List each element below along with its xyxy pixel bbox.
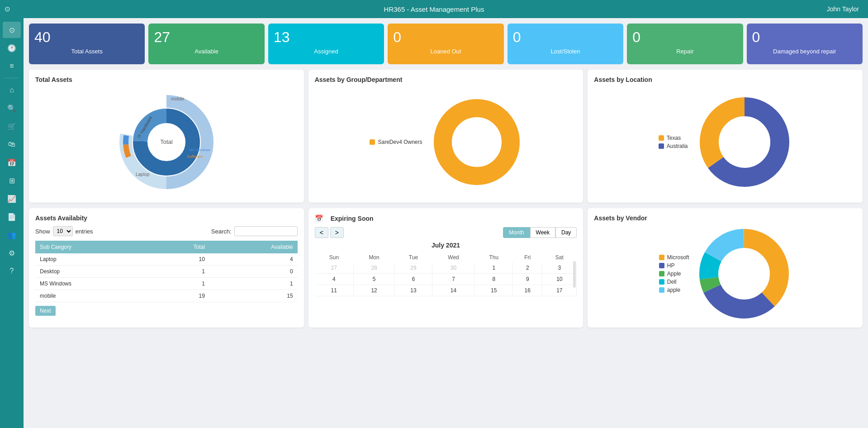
calendar-day-cell[interactable]: 14 bbox=[432, 285, 475, 296]
legend-dot-australia bbox=[659, 143, 664, 149]
cell-subcategory: Desktop bbox=[35, 266, 151, 278]
donut-chart-group bbox=[432, 97, 522, 187]
search-input[interactable] bbox=[234, 226, 298, 236]
calendar-day-cell[interactable]: 7 bbox=[432, 274, 475, 285]
vendor-title: Assets by Vendor bbox=[594, 214, 856, 222]
chart-body-total: Total mobile IT Hardware Laptop Software… bbox=[35, 88, 298, 196]
stat-card-loaned-out[interactable]: 0 Loaned Out bbox=[388, 24, 503, 64]
calendar-day-cell[interactable]: 5 bbox=[353, 274, 394, 285]
legend-item-apple-lower: apple bbox=[659, 287, 689, 293]
sidebar-item-document[interactable]: 📄 bbox=[3, 209, 21, 225]
calendar-week-row: 4 5 6 7 8 9 10 bbox=[315, 274, 577, 285]
sidebar-item-dashboard[interactable]: ⊙ bbox=[3, 22, 21, 38]
legend-item-microsoft: Microsoft bbox=[659, 254, 689, 261]
calendar-day-cell[interactable]: 1 bbox=[475, 262, 513, 274]
chart-title-location: Assets by Location bbox=[594, 76, 856, 83]
vendor-card: Assets by Vendor Microsoft HP bbox=[588, 208, 863, 328]
sidebar: ⊙ 🕐 ≡ ⌂ 🔍 🛒 🛍 📅 ⊞ 📈 📄 👥 ⚙ ? bbox=[0, 18, 24, 428]
month-view-button[interactable]: Month bbox=[503, 227, 530, 238]
sidebar-item-chart[interactable]: 📈 bbox=[3, 190, 21, 207]
stat-card-assigned[interactable]: 13 Assigned bbox=[268, 24, 384, 64]
legend-vendor: Microsoft HP Apple Dell bbox=[659, 254, 689, 293]
calendar-week-row: 27 28 29 30 1 2 3 bbox=[315, 262, 577, 274]
legend-label-texas: Texas bbox=[667, 135, 681, 141]
calendar-day-cell[interactable]: 2 bbox=[513, 262, 542, 274]
legend-dot-apple-cap bbox=[659, 271, 664, 276]
calendar-prev-button[interactable]: < bbox=[315, 227, 328, 238]
sidebar-item-home[interactable]: ⌂ bbox=[3, 82, 21, 98]
calendar-day-cell[interactable]: 13 bbox=[395, 285, 432, 296]
calendar-scrollbar[interactable] bbox=[573, 261, 576, 287]
calendar-week-row: 11 12 13 14 15 16 17 bbox=[315, 285, 577, 296]
cell-subcategory: MS Windows bbox=[35, 278, 151, 290]
calendar-view-buttons: Month Week Day bbox=[503, 227, 577, 238]
sidebar-item-calendar[interactable]: 📅 bbox=[3, 154, 21, 171]
legend-item-australia: Australia bbox=[659, 143, 688, 149]
cell-total: 10 bbox=[151, 253, 209, 266]
sidebar-item-settings[interactable]: ⚙ bbox=[3, 245, 21, 261]
legend-label-apple-cap: Apple bbox=[667, 271, 681, 277]
calendar-day-cell[interactable]: 4 bbox=[315, 274, 354, 285]
topbar: ⊙ HR365 - Asset Management Plus John Tay… bbox=[0, 0, 868, 18]
stat-cards-row: 40 Total Assets 27 Available 13 Assigned… bbox=[29, 24, 863, 64]
stat-label-repair: Repair bbox=[632, 48, 737, 55]
stat-card-available[interactable]: 27 Available bbox=[148, 24, 264, 64]
sidebar-item-clock[interactable]: 🕐 bbox=[3, 40, 21, 56]
stat-card-damaged[interactable]: 0 Damaged beyond repair bbox=[747, 24, 863, 64]
sidebar-divider-1 bbox=[5, 78, 19, 78]
sidebar-item-menu[interactable]: ≡ bbox=[3, 58, 21, 74]
calendar-day-cell[interactable]: 9 bbox=[513, 274, 542, 285]
calendar-header-row: Sun Mon Tue Wed Thu Fri Sat bbox=[315, 252, 577, 262]
availability-card: Assets Availabity Show 10 25 50 entries … bbox=[29, 208, 304, 328]
sidebar-item-search[interactable]: 🔍 bbox=[3, 100, 21, 116]
stat-label-damaged: Damaged beyond repair bbox=[752, 48, 857, 55]
sidebar-item-cart1[interactable]: 🛒 bbox=[3, 118, 21, 134]
cell-total: 19 bbox=[151, 290, 209, 302]
calendar-day-cell[interactable]: 30 bbox=[432, 262, 475, 274]
calendar-day-cell[interactable]: 17 bbox=[542, 285, 577, 296]
stat-card-lost-stolen[interactable]: 0 Lost/Stolen bbox=[508, 24, 623, 64]
pagination-next-button[interactable]: Next bbox=[35, 306, 56, 316]
stat-card-total-assets[interactable]: 40 Total Assets bbox=[29, 24, 145, 64]
expiring-card: 📅 Expiring Soon < > Month Week Day July … bbox=[308, 208, 583, 328]
day-header-sat: Sat bbox=[542, 252, 577, 262]
charts-row: Total Assets bbox=[29, 70, 863, 203]
calendar-day-cell[interactable]: 11 bbox=[315, 285, 354, 296]
sidebar-item-help[interactable]: ? bbox=[3, 263, 21, 279]
legend-dot-apple-lower bbox=[659, 287, 664, 293]
legend-label-hp: HP bbox=[667, 262, 675, 269]
cell-total: 1 bbox=[151, 266, 209, 278]
calendar-day-cell[interactable]: 28 bbox=[353, 262, 394, 274]
calendar-day-cell[interactable]: 6 bbox=[395, 274, 432, 285]
expiring-title: Expiring Soon bbox=[331, 215, 374, 222]
legend-label-apple-lower: apple bbox=[667, 287, 680, 293]
calendar-day-cell[interactable]: 15 bbox=[475, 285, 513, 296]
cell-subcategory: mobile bbox=[35, 290, 151, 302]
chart-title-total: Total Assets bbox=[35, 76, 298, 83]
stat-label-assigned: Assigned bbox=[274, 48, 379, 55]
svg-text:mobile: mobile bbox=[171, 96, 185, 101]
week-view-button[interactable]: Week bbox=[530, 227, 555, 238]
legend-item-saredev: SareDev4 Owners bbox=[370, 139, 422, 145]
calendar-day-cell[interactable]: 10 bbox=[542, 274, 577, 285]
calendar-day-cell[interactable]: 8 bbox=[475, 274, 513, 285]
calendar-day-cell[interactable]: 12 bbox=[353, 285, 394, 296]
calendar-day-cell[interactable]: 27 bbox=[315, 262, 354, 274]
chart-body-location: Texas Australia bbox=[594, 88, 856, 196]
calendar-next-button[interactable]: > bbox=[330, 227, 344, 238]
sidebar-item-cart2[interactable]: 🛍 bbox=[3, 136, 21, 152]
svg-text:Laptop: Laptop bbox=[136, 172, 150, 177]
stat-card-repair[interactable]: 0 Repair bbox=[627, 24, 743, 64]
svg-point-23 bbox=[721, 250, 768, 297]
calendar-day-cell[interactable]: 29 bbox=[395, 262, 432, 274]
legend-dot-dell bbox=[659, 279, 664, 285]
col-header-available: Available bbox=[209, 241, 298, 253]
sidebar-item-users[interactable]: 👥 bbox=[3, 227, 21, 243]
sidebar-item-table[interactable]: ⊞ bbox=[3, 172, 21, 189]
day-view-button[interactable]: Day bbox=[555, 227, 577, 238]
stat-label-loaned: Loaned Out bbox=[393, 48, 498, 55]
calendar-day-cell[interactable]: 3 bbox=[542, 262, 577, 274]
calendar-day-cell[interactable]: 16 bbox=[513, 285, 542, 296]
entries-select[interactable]: 10 25 50 bbox=[53, 226, 73, 236]
day-header-mon: Mon bbox=[353, 252, 394, 262]
